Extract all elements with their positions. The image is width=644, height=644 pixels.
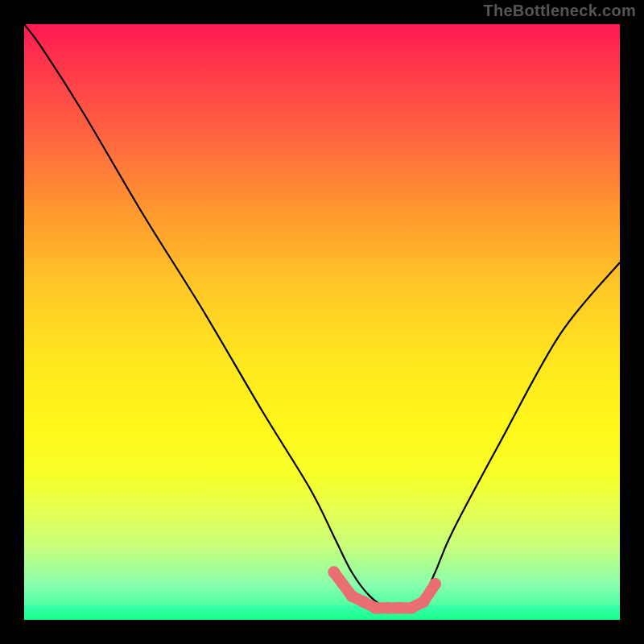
- valley-marker: [328, 566, 340, 578]
- chart-frame: TheBottleneck.com: [0, 0, 644, 644]
- valley-marker: [369, 602, 382, 614]
- valley-marker: [394, 602, 406, 614]
- valley-markers: [328, 566, 441, 613]
- plot-area: [24, 24, 620, 620]
- valley-marker: [417, 596, 429, 608]
- bottleneck-curve: [24, 24, 620, 609]
- valley-marker: [346, 590, 358, 602]
- valley-marker: [429, 578, 441, 590]
- valley-marker: [406, 602, 418, 614]
- watermark-text: TheBottleneck.com: [483, 2, 636, 20]
- valley-marker: [357, 596, 369, 608]
- valley-marker: [382, 602, 394, 614]
- curve-layer: [24, 24, 620, 620]
